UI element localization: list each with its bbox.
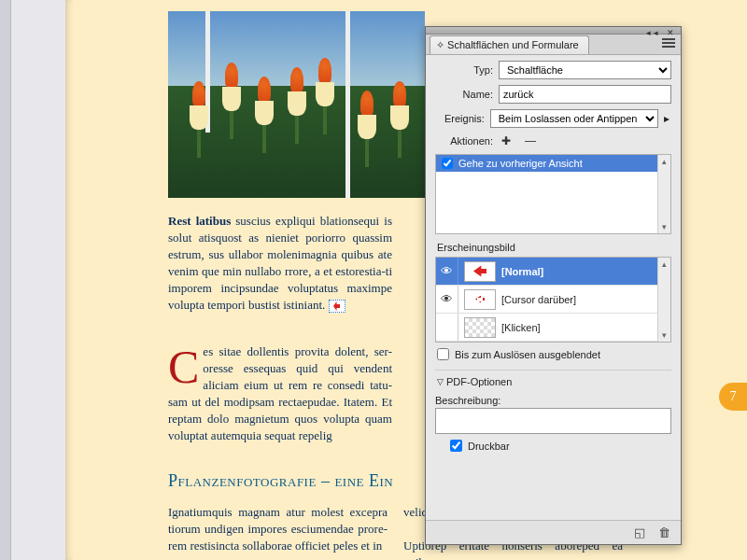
action-item-label: Gehe zu vorheriger Ansicht bbox=[458, 158, 583, 169]
page-spine-shadow bbox=[65, 0, 73, 560]
hidden-until-trigger-checkbox[interactable] bbox=[437, 348, 449, 360]
panel-footer: ◱ 🗑 bbox=[426, 520, 681, 544]
state-label-hover: [Cursor darüber] bbox=[501, 294, 576, 305]
disclosure-triangle-icon: ▽ bbox=[437, 377, 444, 386]
document-scrollbar[interactable] bbox=[0, 0, 11, 560]
visibility-eye-icon-off[interactable] bbox=[436, 314, 458, 341]
description-input[interactable] bbox=[435, 408, 671, 434]
printable-label: Druckbar bbox=[468, 441, 510, 452]
state-row-normal[interactable]: 👁 [Normal] bbox=[436, 258, 670, 286]
action-enabled-checkbox[interactable] bbox=[442, 158, 453, 169]
appearance-state-list: 👁 [Normal] 👁 [Cursor darüber] [Klicken] … bbox=[435, 257, 671, 343]
panel-tab-row: ✧ Schaltflächen und Formulare bbox=[426, 35, 681, 55]
paragraph-rest: suscius expliqui blationsequi is solut a… bbox=[168, 214, 392, 312]
description-label: Beschreibung: bbox=[435, 395, 671, 406]
buttons-and-forms-panel: ◂◂ ✕ ✧ Schaltflächen und Formulare Typ: … bbox=[425, 26, 682, 545]
visibility-eye-icon[interactable]: 👁 bbox=[436, 286, 458, 313]
scroll-up-icon[interactable]: ▴ bbox=[658, 155, 670, 168]
appearance-section-label: Erscheinungsbild bbox=[437, 242, 671, 253]
delete-trash-icon[interactable]: 🗑 bbox=[656, 525, 671, 540]
body-paragraph-1: Rest latibus suscius expliqui blationseq… bbox=[168, 213, 392, 314]
scroll-down-icon[interactable]: ▾ bbox=[658, 220, 670, 233]
appearance-list-scrollbar[interactable]: ▴ ▾ bbox=[657, 258, 670, 342]
event-extra-menu-icon[interactable]: ▸ bbox=[662, 112, 671, 125]
remove-action-icon[interactable]: — bbox=[523, 133, 538, 148]
panel-body: Typ: Schaltfläche Name: Ereignis: Beim L… bbox=[426, 55, 681, 461]
panel-tab-label: Schaltflächen und Formulare bbox=[447, 39, 579, 50]
actions-list-scrollbar[interactable]: ▴ ▾ bbox=[657, 155, 670, 233]
actions-label: Aktionen: bbox=[435, 135, 493, 147]
panel-tab-buttons-forms[interactable]: ✧ Schaltflächen und Formulare bbox=[430, 35, 589, 54]
event-select[interactable]: Beim Loslassen oder Antippen bbox=[490, 109, 658, 128]
printable-checkbox[interactable] bbox=[450, 440, 462, 452]
pdf-options-label: PDF-Optionen bbox=[446, 376, 512, 387]
scroll-up-icon[interactable]: ▴ bbox=[658, 258, 670, 271]
type-label: Typ: bbox=[435, 64, 493, 76]
add-action-icon[interactable]: ✚ bbox=[499, 133, 514, 148]
actions-list: Gehe zu vorheriger Ansicht ▴ ▾ bbox=[435, 154, 671, 234]
back-button-object[interactable] bbox=[329, 300, 345, 313]
state-label-normal: [Normal] bbox=[501, 266, 543, 277]
visibility-eye-icon[interactable]: 👁 bbox=[436, 258, 458, 285]
state-row-click[interactable]: [Klicken] bbox=[436, 314, 670, 342]
panel-collapse-close-icons[interactable]: ◂◂ ✕ bbox=[646, 28, 677, 37]
hidden-until-trigger-label: Bis zum Auslösen ausgeblendet bbox=[455, 349, 600, 360]
page-number-tab: 7 bbox=[719, 383, 747, 411]
event-label: Ereignis: bbox=[435, 113, 485, 124]
column-1-text: Ignatiumquis magnam atur molest excepra … bbox=[168, 504, 388, 554]
convert-to-object-icon[interactable]: ◱ bbox=[632, 525, 647, 540]
name-label: Name: bbox=[435, 89, 493, 100]
scroll-down-icon[interactable]: ▾ bbox=[658, 329, 670, 342]
type-select[interactable]: Schaltfläche bbox=[499, 61, 671, 79]
state-row-hover[interactable]: 👁 [Cursor darüber] bbox=[436, 286, 670, 314]
body-paragraph-dropcap: Ces sitae dollentis provita dolent, ser-… bbox=[168, 343, 392, 444]
article-photo bbox=[168, 11, 425, 198]
state-thumb-hover bbox=[464, 289, 496, 310]
state-thumb-normal bbox=[464, 261, 496, 282]
name-input[interactable] bbox=[499, 85, 671, 104]
panel-flyout-menu-icon[interactable] bbox=[662, 38, 675, 49]
action-item-goto-previous-view[interactable]: Gehe zu vorheriger Ansicht bbox=[436, 155, 670, 172]
state-thumb-click bbox=[464, 317, 496, 338]
panel-dragbar[interactable]: ◂◂ ✕ bbox=[426, 27, 681, 35]
section-heading: Pflanzenfotografie – eine Ein bbox=[168, 471, 393, 491]
dropcap-letter: C bbox=[168, 343, 203, 386]
state-label-click: [Klicken] bbox=[501, 322, 541, 333]
paragraph-lead: Rest latibus bbox=[168, 214, 231, 228]
pdf-options-disclosure[interactable]: ▽ PDF-Optionen bbox=[435, 374, 671, 389]
